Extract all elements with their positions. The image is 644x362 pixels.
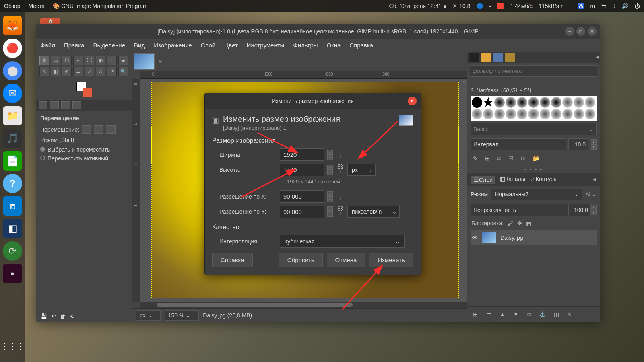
height-input[interactable]	[280, 164, 324, 176]
menu-help[interactable]: Справка	[349, 42, 373, 49]
size-unit-select[interactable]: px	[347, 164, 376, 176]
raise-layer-icon[interactable]: ▲	[500, 311, 505, 318]
brush-item[interactable]	[562, 109, 573, 119]
tray2-icon[interactable]: ▫	[570, 3, 572, 9]
lock-position-icon[interactable]: ✥	[517, 220, 522, 226]
resx-input[interactable]	[280, 190, 324, 203]
dock-menu-icon[interactable]: ◂	[596, 53, 599, 62]
keyboard-lang[interactable]: ru	[590, 3, 595, 9]
close-button[interactable]: ✕	[588, 27, 597, 36]
merge-layer-icon[interactable]: ⚓	[539, 311, 546, 318]
bluetooth-icon[interactable]: ᛒ	[612, 3, 615, 9]
tool-rect-select[interactable]: ▭	[51, 56, 60, 65]
layer-item[interactable]: 👁 Daisy.jpg	[471, 230, 597, 245]
mode-switch-icon[interactable]: ᐊ ⌄	[586, 191, 597, 197]
image-tab-close[interactable]: ✕	[156, 58, 164, 66]
del-brush-icon[interactable]: ☒	[508, 155, 514, 162]
new-group-icon[interactable]: 🗀	[486, 311, 491, 318]
dock-terminal[interactable]: ▪	[3, 264, 22, 283]
tab-device[interactable]	[50, 101, 59, 109]
tool-path[interactable]: ⟋	[85, 67, 94, 76]
dup-layer-icon[interactable]: ⧉	[527, 311, 531, 318]
tool-fuzzy-select[interactable]: ✦	[73, 56, 83, 65]
tool-picker[interactable]: ↗	[107, 67, 117, 76]
tool-text[interactable]: A	[96, 67, 105, 76]
places[interactable]: Места	[28, 3, 45, 9]
layer-name[interactable]: Daisy.jpg	[500, 234, 523, 241]
menu-color[interactable]: Цвет	[224, 42, 238, 49]
brush-item[interactable]	[540, 97, 550, 108]
scrollbar-horizontal[interactable]	[140, 302, 467, 308]
brush-item[interactable]	[574, 97, 584, 108]
save-options-icon[interactable]: 💾	[40, 313, 47, 319]
volume-icon[interactable]: 🔊	[621, 3, 628, 9]
menu-select[interactable]: Выделение	[93, 42, 125, 49]
brush-item[interactable]	[483, 109, 493, 119]
dock-libreoffice[interactable]: 📄	[3, 151, 22, 171]
brush-item[interactable]	[494, 109, 505, 119]
open-brush-icon[interactable]: 📂	[533, 155, 540, 162]
brush-item[interactable]	[494, 97, 505, 108]
tab-layers[interactable]: ☰Слои	[471, 176, 495, 184]
dup-brush-icon[interactable]: ⧉	[497, 155, 501, 162]
tab-undo[interactable]	[61, 101, 70, 109]
menu-filters[interactable]: Фильтры	[293, 42, 318, 49]
delete-options-icon[interactable]: 🗑	[60, 313, 66, 319]
resx-down[interactable]: ▾	[327, 197, 333, 202]
help-button[interactable]: Справка	[212, 253, 253, 267]
maximize-button[interactable]: □	[576, 27, 585, 36]
dock-help[interactable]: ?	[3, 174, 22, 193]
menu-windows[interactable]: Окна	[327, 42, 341, 49]
menu-file[interactable]: Файл	[40, 42, 55, 49]
app-name[interactable]: 🎨 GNU Image Manipulation Program	[53, 3, 148, 9]
ruler-horizontal[interactable]: 0|600|800|900	[140, 71, 467, 79]
opacity-value[interactable]: 100,0	[569, 204, 591, 216]
mask-layer-icon[interactable]: ◫	[554, 311, 559, 318]
lock-pixels-icon[interactable]: 🖌	[508, 220, 513, 226]
dock-files[interactable]: 📁	[3, 106, 22, 125]
width-down[interactable]: ▾	[327, 155, 333, 160]
tool-warp[interactable]: 〰	[107, 56, 117, 65]
height-down[interactable]: ▾	[327, 170, 333, 175]
ruler-vertical[interactable]: 0123	[132, 79, 140, 302]
brush-item[interactable]	[506, 109, 516, 119]
width-up[interactable]: ▴	[327, 150, 333, 155]
brush-item[interactable]	[517, 97, 527, 108]
dock-chrome[interactable]: 🔴	[3, 39, 22, 58]
reset-button[interactable]: Сбросить	[279, 253, 323, 267]
dialog-titlebar[interactable]: Изменить размер изображения ✕	[205, 93, 421, 109]
brush-preset-select[interactable]: Basic,⌄	[471, 123, 597, 135]
filter-tags-input[interactable]	[470, 65, 597, 77]
net-up[interactable]: 115kB/s ↑	[539, 3, 563, 9]
radio-pick-layer[interactable]	[40, 147, 45, 152]
dock-virtualbox[interactable]: ◧	[3, 219, 22, 238]
dock-thunderbird[interactable]: ✉	[3, 84, 22, 103]
apply-button[interactable]: Изменить	[369, 253, 413, 267]
opacity-down[interactable]: ▾	[591, 210, 597, 215]
net-down[interactable]: 1.44мб/c	[510, 3, 533, 9]
interval-value[interactable]: 10,0	[568, 138, 588, 150]
brush-item[interactable]	[528, 97, 539, 108]
menu-tools[interactable]: Инструменты	[247, 42, 285, 49]
res-unit-select[interactable]: пикселов/in	[347, 206, 400, 218]
tray-icon[interactable]: ▪	[489, 3, 491, 9]
tool-transform[interactable]: ◐	[96, 56, 105, 65]
chain-link-icon[interactable]: ⛓┘	[336, 163, 344, 176]
refresh-brush-icon[interactable]: ⟳	[521, 155, 526, 162]
brush-item[interactable]	[472, 109, 482, 119]
tab-patterns[interactable]	[481, 53, 491, 62]
lower-layer-icon[interactable]: ▼	[513, 311, 519, 318]
tool-smudge[interactable]: ☁	[73, 67, 83, 76]
edit-brush-icon[interactable]: ✎	[473, 155, 478, 162]
del-layer-icon[interactable]: ✕	[567, 311, 572, 318]
new-layer-icon[interactable]: ⊞	[473, 311, 478, 318]
tab-brushes[interactable]	[469, 53, 479, 62]
interval-down[interactable]: ▾	[591, 144, 597, 150]
menu-view[interactable]: Вид	[134, 42, 145, 49]
tool-crop[interactable]: ⛶	[85, 56, 94, 65]
cube-icon[interactable]: 🟥	[497, 3, 504, 9]
brush-item[interactable]	[528, 109, 539, 119]
tab-fonts[interactable]	[493, 53, 503, 62]
tool-zoom[interactable]: 🔍	[118, 67, 128, 76]
brush-item[interactable]	[517, 109, 527, 119]
